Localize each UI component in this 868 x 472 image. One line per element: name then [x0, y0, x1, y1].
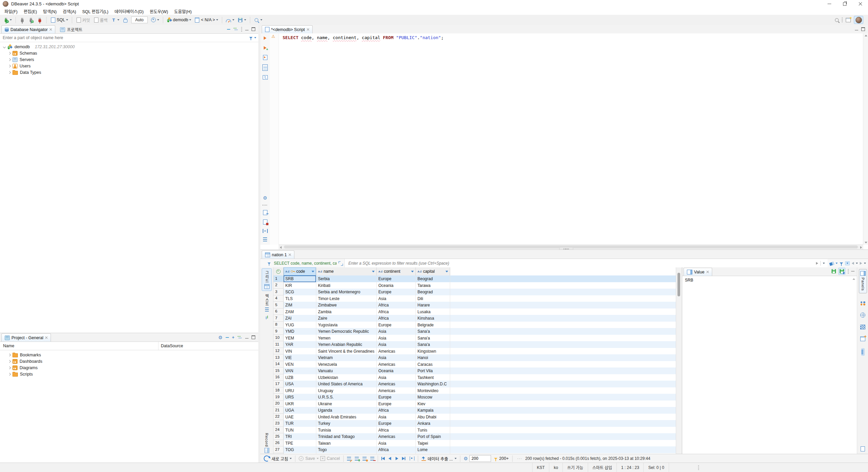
tab-value[interactable]: Value [684, 268, 712, 276]
table-cell[interactable]: Uzbekistan [316, 374, 377, 381]
table-row[interactable]: 6ZAMZambiaAfricaLusaka [273, 308, 676, 315]
table-cell[interactable]: Togo [316, 446, 377, 453]
table-cell[interactable]: Ukraine [316, 401, 377, 407]
forward-dropdown-icon[interactable] [864, 263, 866, 264]
row-number[interactable]: 24 [273, 427, 284, 434]
menu-item-f[interactable]: 파일(F) [1, 7, 21, 15]
active-connection-selector[interactable]: demodb [166, 17, 193, 23]
table-cell[interactable]: VEN [284, 361, 316, 368]
references-panel-icon[interactable] [860, 313, 865, 318]
new-connection-button[interactable]: + [2, 17, 13, 23]
transaction-mode-button[interactable]: T [110, 17, 121, 23]
table-row[interactable]: 19URSU.R.S.S.EuropeMoscow [273, 394, 676, 401]
filter-query-text[interactable]: SELECT code, name, continent, capit [274, 261, 337, 266]
table-cell[interactable]: TPE [284, 440, 316, 447]
table-cell[interactable]: TUN [284, 427, 316, 434]
value-panel-toggle[interactable] [861, 348, 865, 356]
execute-script-icon[interactable] [263, 55, 267, 60]
chevron-down-icon[interactable] [3, 45, 6, 48]
row-number[interactable]: 23 [273, 420, 284, 427]
fetch-more-icon[interactable] [494, 458, 497, 460]
object-filter-input[interactable] [2, 35, 249, 40]
active-schema-selector[interactable]: < N/A > [193, 17, 220, 23]
table-cell[interactable]: Caracas [416, 361, 450, 368]
fetch-more-button[interactable]: 200+ [499, 456, 509, 461]
tab-database-navigator[interactable]: Database Navigator [1, 25, 55, 33]
table-cell[interactable]: Asia [377, 328, 416, 335]
text-view-tab[interactable]: 텍스트 [262, 292, 272, 313]
table-cell[interactable]: Asia [377, 414, 416, 420]
chevron-right-icon[interactable] [8, 58, 11, 61]
panel-maximize-icon[interactable] [252, 27, 255, 31]
save-value-settings-button[interactable] [838, 268, 845, 275]
table-cell[interactable]: Washington.D.C [416, 381, 450, 387]
sql-editor[interactable]: + ⚙ ⚠ SELECT code, name, continent, capi… [260, 33, 868, 249]
chevron-right-icon[interactable] [8, 64, 11, 67]
row-number[interactable]: 21 [273, 407, 284, 414]
row-number[interactable]: 19 [273, 394, 284, 401]
table-row[interactable]: 21UGAUgandaAfricaKampala [273, 407, 676, 414]
column-dropdown-icon[interactable] [312, 271, 314, 272]
outline-icon[interactable] [263, 237, 267, 241]
table-cell[interactable]: Africa [377, 308, 416, 315]
overflow-dots[interactable]: ··· [517, 456, 522, 461]
last-row-button[interactable] [402, 457, 405, 460]
reconnect-button[interactable]: ↻ [27, 17, 35, 23]
save-button[interactable]: Save [305, 456, 315, 461]
collapse-all-icon[interactable] [227, 29, 230, 30]
tab-project-general[interactable]: Project - General [1, 333, 51, 342]
table-row[interactable]: 22UAEUnited Arab EmiratesAsiaAbu Dhabi [273, 414, 676, 420]
first-row-button[interactable] [381, 457, 385, 460]
goto-row-icon[interactable] [410, 456, 414, 461]
table-cell[interactable]: Americas [377, 361, 416, 368]
menu-item-w[interactable]: 윈도우(W) [147, 7, 171, 15]
table-cell[interactable]: Europe [377, 289, 416, 295]
table-cell[interactable]: Turkey [316, 420, 377, 427]
table-cell[interactable]: Yemen [316, 335, 377, 342]
tree-item-dashboards[interactable]: Dashboards [0, 358, 258, 364]
row-number[interactable]: 2 [273, 282, 284, 289]
table-row[interactable]: 3SCGSerbia and MontenegroEuropeBeograd [273, 289, 676, 295]
close-tab-icon[interactable] [706, 271, 709, 273]
table-cell[interactable]: TRI [284, 433, 316, 440]
column-dropdown-icon[interactable] [372, 271, 375, 272]
funnel-icon[interactable] [840, 262, 843, 264]
table-cell[interactable]: Sana'a [416, 335, 450, 342]
table-cell[interactable]: ZAM [284, 308, 316, 315]
table-cell[interactable]: Serbia [316, 275, 377, 282]
row-number[interactable]: 15 [273, 367, 284, 374]
chevron-right-icon[interactable] [8, 71, 11, 73]
table-cell[interactable]: Sana'a [416, 341, 450, 348]
commit-button[interactable]: 커밋 [75, 16, 91, 24]
link-editor-icon[interactable] [233, 28, 238, 31]
filter-dropdown-icon[interactable] [254, 37, 256, 38]
table-cell[interactable]: Yugoslavia [316, 322, 377, 328]
table-cell[interactable]: Europe [377, 401, 416, 407]
restore-button[interactable] [837, 0, 852, 8]
tab-result-nation[interactable]: nation 1 [262, 250, 294, 259]
table-row[interactable]: 11YARYemen Arabian RepublicAsiaSana'a [273, 341, 676, 348]
minimize-button[interactable] [821, 0, 837, 8]
row-number[interactable]: 14 [273, 361, 284, 368]
table-cell[interactable]: Americas [377, 348, 416, 355]
table-cell[interactable]: YAR [284, 341, 316, 348]
grid-view-tab[interactable]: 그리드 [262, 268, 272, 291]
table-cell[interactable]: Port of Spain [416, 433, 450, 440]
record-mode-toggle[interactable]: Record [260, 433, 273, 453]
table-cell[interactable]: USA [284, 381, 316, 387]
table-row[interactable]: 27TOGTogoAfricaLome [273, 446, 676, 453]
chevron-right-icon[interactable] [8, 373, 11, 375]
sync-selection-icon[interactable] [265, 316, 268, 319]
menu-item-a[interactable]: 검색(A) [60, 7, 79, 15]
metadata-panel-icon[interactable] [861, 301, 865, 305]
table-cell[interactable]: Montevideo [416, 387, 450, 394]
account-button[interactable] [854, 16, 863, 24]
connect-button[interactable] [18, 17, 26, 23]
row-number[interactable]: 5 [273, 302, 284, 308]
column-header-name[interactable]: A-Zname [316, 267, 377, 275]
result-grid[interactable]: A-ZcodeA-ZnameA-ZcontinentA-Zcapital 1SR… [273, 267, 676, 454]
table-cell[interactable]: United Arab Emirates [316, 414, 377, 420]
table-row[interactable]: 16UZBUzbekistanAsiaTashkent [273, 374, 676, 381]
close-tab-icon[interactable] [49, 28, 52, 31]
table-cell[interactable]: Harare [416, 302, 450, 308]
